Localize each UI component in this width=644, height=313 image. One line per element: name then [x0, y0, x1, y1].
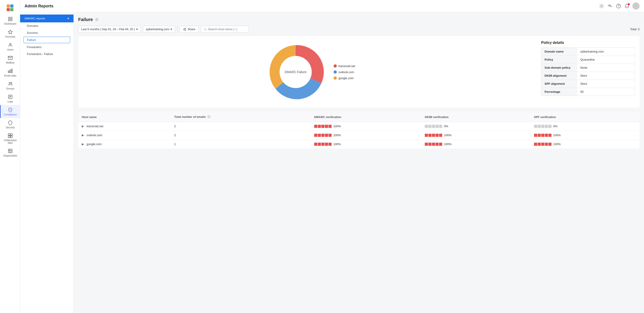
sec-sidebar-success[interactable]: Success — [20, 29, 74, 36]
cell-dmarc: 100% — [310, 122, 421, 131]
user-avatar[interactable] — [632, 3, 640, 10]
sidebar-item-email-stats[interactable]: Email stats — [0, 66, 20, 79]
user-icon — [8, 43, 13, 47]
chevron-down-icon: ▾ — [136, 28, 138, 31]
svg-rect-2 — [7, 8, 10, 11]
content-area: DMARC reports ▾ Domains Success Failure … — [20, 12, 644, 313]
donut-center-label: DMARC Failure — [285, 70, 306, 74]
donut-chart: DMARC Failure — [264, 41, 327, 103]
svg-rect-22 — [8, 136, 10, 138]
sec-sidebar-domains[interactable]: Domains — [20, 22, 74, 29]
left-sidebar: Dashboard Favorites Users Mailbox Email … — [0, 0, 20, 313]
svg-point-32 — [204, 28, 206, 30]
expand-icon[interactable]: ▶ — [82, 125, 84, 128]
expand-icon[interactable]: ▶ — [82, 142, 84, 146]
secondary-sidebar: DMARC reports ▾ Domains Success Failure … — [20, 12, 74, 313]
domain-dropdown[interactable]: zylkertraining.com ▾ — [143, 26, 175, 33]
notifications-icon[interactable] — [624, 3, 630, 9]
app-title: Admin Reports — [24, 4, 596, 9]
col-dmarc: DMARC verification — [310, 112, 421, 122]
date-range-dropdown[interactable]: Last 6 months ( Sep 01, 24 – Feb 04, 25 … — [78, 26, 141, 33]
page-header: Failure ☆ — [78, 17, 640, 22]
divider — [177, 26, 178, 33]
sidebar-item-users[interactable]: Users — [0, 40, 20, 53]
cell-total: 1 — [171, 140, 310, 149]
data-table-section: Host name Total number of emails ⓘ DMARC… — [78, 112, 640, 148]
svg-line-30 — [184, 29, 185, 30]
app-logo-icon — [6, 4, 14, 12]
cell-dkim: 0% — [421, 122, 530, 131]
cell-spf: 100% — [530, 140, 640, 149]
policy-row-policy: Policy Quarantine — [542, 56, 635, 64]
legend-dot-google — [334, 77, 337, 80]
cell-dmarc: 100% — [310, 140, 421, 149]
svg-rect-12 — [10, 70, 11, 73]
star-icon — [8, 30, 13, 35]
table-row: ▶ transmail.net 2 100% 0% 0% — [78, 122, 640, 131]
policy-row-pct: Percentage 50 — [542, 88, 635, 96]
star-favorite-icon[interactable]: ☆ — [95, 17, 99, 22]
legend-dot-outlook — [334, 70, 337, 74]
cell-dkim: 100% — [421, 140, 530, 149]
svg-point-14 — [9, 83, 10, 84]
chart-legend: transmail.net outlook.com google.com — [334, 64, 355, 80]
cell-spf: 0% — [530, 122, 640, 131]
total-count: Total: 3 — [630, 28, 640, 31]
users-icon — [8, 81, 13, 86]
sidebar-item-security[interactable]: Security — [0, 118, 20, 131]
sidebar-item-groups[interactable]: Groups — [0, 79, 20, 92]
cloud-icon[interactable] — [607, 3, 613, 9]
shield-check-icon — [8, 107, 13, 112]
svg-rect-3 — [10, 8, 14, 11]
sidebar-item-compliance[interactable]: Compliance — [0, 105, 20, 118]
svg-rect-24 — [8, 149, 12, 153]
info-icon[interactable]: ⓘ — [207, 115, 210, 119]
legend-google: google.com — [334, 77, 355, 80]
legend-transmail: transmail.net — [334, 64, 355, 68]
svg-rect-4 — [8, 17, 10, 19]
cell-total: 2 — [171, 131, 310, 140]
host-search-input[interactable] — [208, 28, 246, 31]
legend-dot-transmail — [334, 64, 337, 68]
top-header: Admin Reports — [20, 0, 644, 12]
svg-point-15 — [11, 83, 12, 84]
host-search-box[interactable] — [201, 26, 249, 33]
sidebar-item-favorites[interactable]: Favorites — [0, 27, 20, 40]
sidebar-item-collaborative-apps[interactable]: Collaborative apps — [0, 131, 20, 146]
cell-hostname[interactable]: ▶ transmail.net — [78, 122, 171, 131]
grid-icon — [8, 17, 13, 22]
sidebar-item-organization[interactable]: Organization — [0, 146, 20, 159]
cell-hostname[interactable]: ▶ outlook.com — [78, 131, 171, 140]
table-row: ▶ google.com 1 100% 100% 100% — [78, 140, 640, 149]
building-icon — [8, 148, 13, 153]
svg-rect-21 — [10, 134, 12, 136]
svg-rect-13 — [12, 69, 12, 73]
expand-icon[interactable]: ▶ — [82, 133, 84, 137]
share-button[interactable]: Share — [180, 26, 199, 33]
sec-sidebar-failure[interactable]: Failure — [24, 37, 70, 43]
legend-outlook: outlook.com — [334, 70, 355, 74]
policy-row-dkim: DKIM alignment Strict — [542, 72, 635, 80]
main-area: Admin Reports DMARC reports ▾ Domains S — [20, 0, 644, 313]
svg-rect-7 — [11, 20, 12, 21]
sidebar-item-mailbox[interactable]: Mailbox — [0, 53, 20, 66]
cell-dkim: 100% — [421, 131, 530, 140]
table-header-row: Host name Total number of emails ⓘ DMARC… — [78, 112, 640, 122]
sec-sidebar-dmarc-reports[interactable]: DMARC reports ▾ — [20, 15, 74, 22]
col-total: Total number of emails ⓘ — [171, 112, 310, 122]
svg-point-28 — [184, 29, 184, 30]
share-icon — [183, 28, 186, 31]
help-icon[interactable] — [616, 3, 622, 9]
sec-sidebar-forwarders-failure[interactable]: Forwarders - Failure — [20, 51, 74, 58]
page-content: Failure ☆ Last 6 months ( Sep 01, 24 – F… — [74, 12, 644, 313]
cell-spf: 100% — [530, 131, 640, 140]
cell-hostname[interactable]: ▶ google.com — [78, 140, 171, 149]
sec-sidebar-forwarders[interactable]: Forwarders — [20, 44, 74, 51]
svg-rect-11 — [8, 71, 9, 73]
table-row: ▶ outlook.com 2 100% 100% 100% — [78, 131, 640, 140]
sidebar-item-logs[interactable]: Logs — [0, 92, 20, 105]
sidebar-item-dashboard[interactable]: Dashboard — [0, 14, 20, 27]
svg-point-26 — [616, 4, 620, 8]
filter-bar: Last 6 months ( Sep 01, 24 – Feb 04, 25 … — [78, 26, 640, 33]
settings-icon[interactable] — [598, 3, 605, 9]
